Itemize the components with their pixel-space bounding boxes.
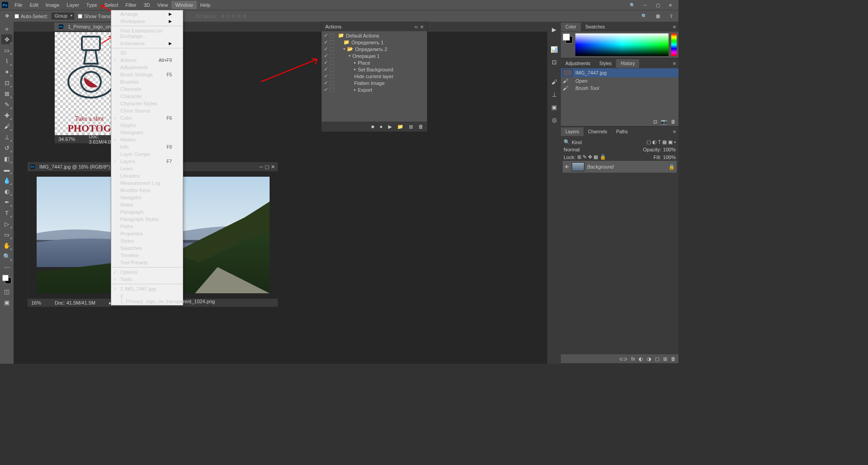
- action-row[interactable]: ✓▸Place: [322, 59, 427, 66]
- minimize-icon[interactable]: ─: [640, 2, 650, 8]
- menu-item-actions[interactable]: ✓ActionsAlt+F9: [111, 56, 183, 64]
- color-swatch[interactable]: [563, 33, 573, 43]
- menu-item-3d[interactable]: 3D: [111, 49, 183, 56]
- menu-item-navigator[interactable]: Navigator: [111, 194, 183, 201]
- eyedropper-tool[interactable]: ✎: [1, 99, 12, 109]
- menu-item-properties[interactable]: Properties: [111, 230, 183, 237]
- menu-item-libraries[interactable]: Libraries: [111, 172, 183, 179]
- tab-channels[interactable]: Channels: [583, 127, 612, 136]
- layer-filter-kind[interactable]: Kind: [572, 140, 582, 145]
- panel-menu-icon[interactable]: ≡: [670, 129, 678, 134]
- new-action-icon[interactable]: ⊞: [409, 124, 413, 130]
- history-brush-tool[interactable]: ↺: [1, 143, 12, 153]
- history-row[interactable]: 🖌Brush Tool: [561, 85, 678, 92]
- menu-filter[interactable]: Filter: [122, 1, 140, 9]
- action-row[interactable]: ✓▾Операция 1: [322, 52, 427, 59]
- path-select-tool[interactable]: ▷: [1, 219, 12, 229]
- trash-icon[interactable]: 🗑: [418, 124, 423, 129]
- more-tools[interactable]: ⋯: [1, 262, 12, 272]
- action-row[interactable]: ✓Hide current layer: [322, 73, 427, 80]
- auto-select-checkbox[interactable]: Auto-Select:: [14, 14, 48, 19]
- menu-item-learn[interactable]: Learn: [111, 165, 183, 172]
- menu-item-paths[interactable]: Paths: [111, 223, 183, 230]
- snapshot-icon[interactable]: ⊡: [653, 119, 657, 125]
- action-row[interactable]: ✓📁Определить 1: [322, 39, 427, 46]
- menu-item-layer-comps[interactable]: Layer Comps: [111, 150, 183, 158]
- fx-icon[interactable]: fx: [631, 356, 635, 362]
- camera-icon[interactable]: 📷: [661, 119, 667, 125]
- record-icon[interactable]: ●: [379, 124, 383, 129]
- menu-window[interactable]: Window: [171, 1, 196, 9]
- expand-icon[interactable]: »: [1, 23, 12, 33]
- trash-icon[interactable]: 🗑: [671, 119, 676, 124]
- search-icon[interactable]: 🔍: [640, 13, 649, 19]
- hand-tool[interactable]: ✋: [1, 240, 12, 250]
- folder-icon[interactable]: 📁: [397, 124, 403, 130]
- new-layer-icon[interactable]: ⊞: [663, 356, 667, 362]
- hue-slider[interactable]: [671, 33, 677, 56]
- menu-item-brushes[interactable]: Brushes: [111, 78, 183, 85]
- action-row[interactable]: ✓📁Default Actions: [322, 32, 427, 39]
- lasso-tool[interactable]: ⌇: [1, 56, 12, 66]
- maximize-icon[interactable]: ▢: [653, 2, 662, 8]
- eraser-tool[interactable]: ◧: [1, 154, 12, 164]
- menu-item-workspace[interactable]: Workspace▶: [111, 18, 183, 25]
- menu-item-history[interactable]: ✓History: [111, 136, 183, 143]
- tab-history[interactable]: History: [616, 59, 639, 68]
- menu-item-styles[interactable]: Styles: [111, 237, 183, 244]
- minimize-icon[interactable]: ─: [259, 164, 263, 170]
- menu-layer[interactable]: Layer: [63, 1, 83, 9]
- blur-tool[interactable]: 💧: [1, 175, 12, 185]
- close-icon[interactable]: ✕: [271, 164, 275, 170]
- menu-item-paragraph-styles[interactable]: Paragraph Styles: [111, 216, 183, 223]
- tab-styles[interactable]: Styles: [595, 59, 616, 68]
- action-row[interactable]: ✓Flatten Image: [322, 80, 427, 86]
- zoom-tool[interactable]: 🔍: [1, 251, 12, 261]
- color-swatches[interactable]: [2, 275, 11, 284]
- panel-menu-icon[interactable]: ≡: [670, 61, 678, 66]
- menu-item-measurement-log[interactable]: Measurement Log: [111, 179, 183, 187]
- layer-row-background[interactable]: 👁 Background 🔒: [563, 161, 677, 173]
- menu-item-tool-presets[interactable]: Tool Presets: [111, 259, 183, 266]
- tab-layers[interactable]: Layers: [561, 127, 583, 136]
- menu-item-character[interactable]: Character: [111, 93, 183, 100]
- visibility-icon[interactable]: 👁: [564, 164, 569, 169]
- menu-select[interactable]: Select: [101, 1, 122, 9]
- stamp-tool[interactable]: ⊥: [1, 132, 12, 142]
- menu-item-channels[interactable]: Channels: [111, 85, 183, 93]
- stop-icon[interactable]: ■: [371, 124, 375, 129]
- brush-icon[interactable]: 🖌: [549, 77, 559, 87]
- action-row[interactable]: ✓▾📂Определить 2: [322, 46, 427, 52]
- action-row[interactable]: ✓▸Export: [322, 86, 427, 93]
- shape-tool[interactable]: ▭: [1, 230, 12, 240]
- history-row[interactable]: IMG_7447.jpg: [561, 68, 678, 77]
- menu-item-color[interactable]: ✓ColorF6: [111, 114, 183, 122]
- menu-item-swatches[interactable]: Swatches: [111, 244, 183, 252]
- trash-icon[interactable]: 🗑: [671, 356, 676, 362]
- menu-image[interactable]: Image: [42, 1, 63, 9]
- clone-icon[interactable]: ⊥: [549, 89, 559, 99]
- mask-icon[interactable]: ◐: [639, 356, 643, 362]
- pen-tool[interactable]: ✒: [1, 197, 12, 207]
- menu-item-brush-settings[interactable]: Brush SettingsF5: [111, 71, 183, 78]
- menu-item-arrange[interactable]: Arrange▶: [111, 10, 183, 18]
- histogram-icon[interactable]: 📊: [549, 44, 559, 54]
- menu-item-glyphs[interactable]: Glyphs: [111, 122, 183, 129]
- menu-item-character-styles[interactable]: Character Styles: [111, 100, 183, 107]
- screen-mode-icon[interactable]: ▣: [1, 297, 12, 307]
- fill-field[interactable]: 100%: [663, 155, 676, 160]
- close-icon[interactable]: ✕: [666, 2, 675, 8]
- menu-item-notes[interactable]: Notes: [111, 201, 183, 208]
- actions-panel-icon[interactable]: ▶: [549, 24, 559, 34]
- move-tool-icon[interactable]: ✥: [3, 12, 11, 20]
- type-tool[interactable]: T: [1, 208, 12, 218]
- menu-item-histogram[interactable]: Histogram: [111, 129, 183, 136]
- tab-swatches[interactable]: Swatches: [581, 23, 609, 31]
- menu-item-info[interactable]: InfoF8: [111, 143, 183, 150]
- library-icon[interactable]: ◎: [549, 115, 559, 125]
- tab-paths[interactable]: Paths: [612, 127, 632, 136]
- brush-tool[interactable]: 🖌: [1, 121, 12, 131]
- quick-mask-icon[interactable]: ◫: [1, 287, 12, 296]
- quick-select-tool[interactable]: ✦: [1, 67, 12, 77]
- play-icon[interactable]: ▶: [388, 124, 392, 130]
